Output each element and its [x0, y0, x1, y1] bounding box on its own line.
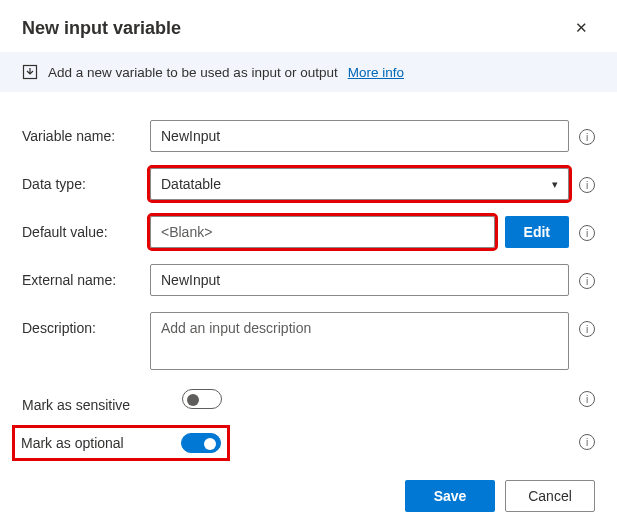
label-mark-sensitive: Mark as sensitive — [22, 389, 182, 413]
default-value-field[interactable]: <Blank> — [150, 216, 495, 248]
cancel-button[interactable]: Cancel — [505, 480, 595, 512]
dialog-header: New input variable ✕ — [0, 0, 617, 52]
info-icon[interactable]: i — [579, 273, 595, 289]
label-external-name: External name: — [22, 264, 150, 288]
close-icon: ✕ — [575, 19, 588, 37]
input-variable-icon — [22, 64, 38, 80]
default-value-text: <Blank> — [161, 224, 212, 240]
row-default-value: Default value: <Blank> Edit i — [22, 216, 595, 248]
info-icon[interactable]: i — [579, 129, 595, 145]
mark-optional-highlight: Mark as optional — [12, 425, 230, 461]
info-bar-text: Add a new variable to be used as input o… — [48, 65, 338, 80]
row-description: Description: i — [22, 312, 595, 373]
label-description: Description: — [22, 312, 150, 336]
more-info-link[interactable]: More info — [348, 65, 404, 80]
description-textarea[interactable] — [150, 312, 569, 370]
chevron-down-icon: ▾ — [552, 178, 558, 191]
variable-name-input[interactable] — [150, 120, 569, 152]
row-variable-name: Variable name: i — [22, 120, 595, 152]
label-variable-name: Variable name: — [22, 120, 150, 144]
external-name-input[interactable] — [150, 264, 569, 296]
info-icon[interactable]: i — [579, 177, 595, 193]
label-default-value: Default value: — [22, 216, 150, 240]
info-icon[interactable]: i — [579, 321, 595, 337]
row-data-type: Data type: Datatable ▾ i — [22, 168, 595, 200]
row-mark-optional: Mark as optional i — [12, 425, 595, 461]
info-icon[interactable]: i — [579, 225, 595, 241]
label-mark-optional: Mark as optional — [21, 435, 169, 451]
mark-sensitive-toggle[interactable] — [182, 389, 222, 409]
mark-optional-toggle[interactable] — [181, 433, 221, 453]
info-icon[interactable]: i — [579, 391, 595, 407]
dialog-footer: Save Cancel — [405, 480, 595, 512]
form: Variable name: i Data type: Datatable ▾ … — [0, 92, 617, 483]
info-bar: Add a new variable to be used as input o… — [0, 52, 617, 92]
label-data-type: Data type: — [22, 168, 150, 192]
data-type-select[interactable]: Datatable ▾ — [150, 168, 569, 200]
edit-button[interactable]: Edit — [505, 216, 569, 248]
save-button[interactable]: Save — [405, 480, 495, 512]
data-type-value: Datatable — [161, 176, 221, 192]
row-mark-sensitive: Mark as sensitive i — [22, 389, 595, 413]
close-button[interactable]: ✕ — [567, 14, 595, 42]
dialog-title: New input variable — [22, 18, 567, 39]
info-icon[interactable]: i — [579, 434, 595, 450]
row-external-name: External name: i — [22, 264, 595, 296]
